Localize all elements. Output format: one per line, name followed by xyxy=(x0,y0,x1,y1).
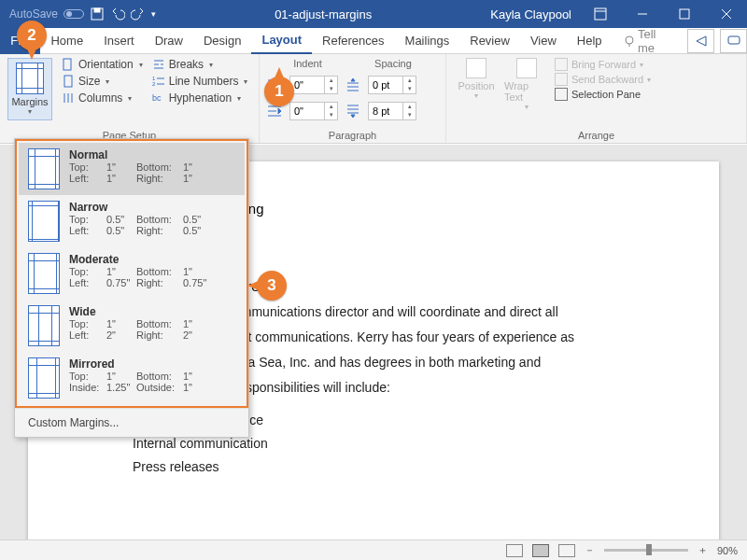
selection-pane-button[interactable]: Selection Pane xyxy=(555,88,651,101)
doc-para-line: ommunications director and will coordina… xyxy=(233,302,672,322)
svg-rect-11 xyxy=(64,76,72,87)
close-button[interactable] xyxy=(705,0,747,28)
comments-button[interactable] xyxy=(720,29,747,53)
svg-rect-10 xyxy=(63,59,71,70)
indent-right-input[interactable]: ▴▾ xyxy=(289,102,338,120)
svg-point-7 xyxy=(626,36,633,44)
tab-insert[interactable]: Insert xyxy=(93,28,145,54)
svg-text:bc: bc xyxy=(152,93,162,103)
margins-dropdown: NormalTop:1"Bottom:1"Left:1"Right:1"Narr… xyxy=(14,138,249,438)
custom-margins-item[interactable]: Custom Margins... xyxy=(15,408,248,437)
view-web-icon[interactable] xyxy=(558,544,575,557)
redo-icon[interactable] xyxy=(131,7,146,21)
line-numbers-button[interactable]: 12Line Numbers▾ xyxy=(152,75,248,88)
tab-home[interactable]: Home xyxy=(40,28,93,54)
position-button: Position▾ xyxy=(454,58,499,111)
send-backward-button: Send Backward ▾ xyxy=(555,73,651,86)
zoom-level[interactable]: 90% xyxy=(717,545,738,556)
margins-option-mirrored[interactable]: MirroredTop:1"Bottom:1"Inside:1.25"Outsi… xyxy=(19,352,245,404)
margins-option-narrow[interactable]: NarrowTop:0.5"Bottom:0.5"Left:0.5"Right:… xyxy=(19,195,245,247)
ribbon-tabs: File HomeInsertDrawDesignLayoutReference… xyxy=(0,28,747,54)
autosave-toggle[interactable] xyxy=(63,9,84,19)
autosave-label: AutoSave xyxy=(9,7,58,21)
size-button[interactable]: Size▾ xyxy=(62,75,143,88)
ribbon: Margins ▾ Orientation▾ Size▾ Columns▾ Br… xyxy=(0,54,747,144)
chevron-down-icon: ▾ xyxy=(28,107,32,116)
view-read-icon[interactable] xyxy=(506,544,523,557)
tab-mailings[interactable]: Mailings xyxy=(395,28,460,54)
ribbon-options-icon[interactable] xyxy=(579,0,621,28)
svg-text:2: 2 xyxy=(152,81,156,87)
bring-forward-button: Bring Forward ▾ xyxy=(555,58,651,71)
columns-button[interactable]: Columns▾ xyxy=(62,91,143,105)
breaks-button[interactable]: Breaks▾ xyxy=(152,58,248,71)
minimize-button[interactable] xyxy=(621,0,663,28)
svg-rect-9 xyxy=(728,36,740,44)
group-label-paragraph: Paragraph xyxy=(267,127,438,141)
user-name[interactable]: Kayla Claypool xyxy=(490,7,579,21)
margins-option-normal[interactable]: NormalTop:1"Bottom:1"Left:1"Right:1" xyxy=(19,143,245,195)
status-bar: － ＋ 90% xyxy=(0,539,747,560)
doc-para-line: una Sea, Inc. and has degrees in both ma… xyxy=(233,353,672,372)
margins-button[interactable]: Margins ▾ xyxy=(7,58,52,120)
tab-help[interactable]: Help xyxy=(567,28,613,54)
indent-left-input[interactable]: ▴▾ xyxy=(289,76,338,94)
orientation-button[interactable]: Orientation▾ xyxy=(62,58,143,71)
svg-rect-4 xyxy=(680,9,689,19)
callout-1: 1 xyxy=(264,77,294,106)
space-before-input[interactable]: ▴▾ xyxy=(368,76,416,94)
group-label-arrange: Arrange xyxy=(454,127,739,141)
document-title: 01-adjust-margins xyxy=(156,7,490,21)
callout-2: 2 xyxy=(17,21,47,50)
callout-3: 3 xyxy=(257,271,287,301)
lightbulb-icon xyxy=(623,35,634,48)
tab-review[interactable]: Review xyxy=(459,28,520,54)
margins-icon xyxy=(16,63,44,94)
doc-list-item: Press releases xyxy=(133,457,672,477)
wrap-text-button: Wrap Text▾ xyxy=(504,58,549,111)
tab-layout[interactable]: Layout xyxy=(251,28,312,54)
share-button[interactable] xyxy=(687,29,714,53)
group-arrange: Position▾ Wrap Text▾ Bring Forward ▾ Sen… xyxy=(446,54,747,143)
zoom-in-button[interactable]: ＋ xyxy=(698,543,708,557)
tab-view[interactable]: View xyxy=(520,28,567,54)
margins-option-moderate[interactable]: ModerateTop:1"Bottom:1"Left:0.75"Right:0… xyxy=(19,247,245,300)
save-icon[interactable] xyxy=(90,7,105,21)
margins-option-wide[interactable]: WideTop:1"Bottom:1"Left:2"Right:2" xyxy=(19,300,245,352)
doc-heading-2: Director xyxy=(233,276,672,298)
space-before-icon xyxy=(345,77,360,92)
hyphenation-button[interactable]: bcHyphenation▾ xyxy=(152,91,248,105)
doc-para-line: y's responsibilities will include: xyxy=(215,378,672,398)
svg-rect-1 xyxy=(94,8,100,12)
undo-icon[interactable] xyxy=(110,7,125,21)
title-bar: AutoSave ▾ 01-adjust-margins Kayla Clayp… xyxy=(0,0,747,28)
maximize-button[interactable] xyxy=(663,0,705,28)
group-page-setup: Margins ▾ Orientation▾ Size▾ Columns▾ Br… xyxy=(0,54,260,143)
tell-me[interactable]: Tell me xyxy=(613,28,683,54)
doc-heading-1: eting xyxy=(233,199,672,220)
space-after-input[interactable]: ▴▾ xyxy=(368,102,416,120)
tab-draw[interactable]: Draw xyxy=(145,28,193,54)
tab-references[interactable]: References xyxy=(312,28,394,54)
svg-rect-2 xyxy=(595,8,606,20)
doc-para-line: ent communications. Kerry has four years… xyxy=(233,328,672,347)
space-after-icon xyxy=(345,104,360,119)
tab-design[interactable]: Design xyxy=(193,28,251,54)
zoom-slider[interactable] xyxy=(604,549,688,552)
view-print-icon[interactable] xyxy=(532,544,549,557)
zoom-out-button[interactable]: － xyxy=(585,543,595,557)
